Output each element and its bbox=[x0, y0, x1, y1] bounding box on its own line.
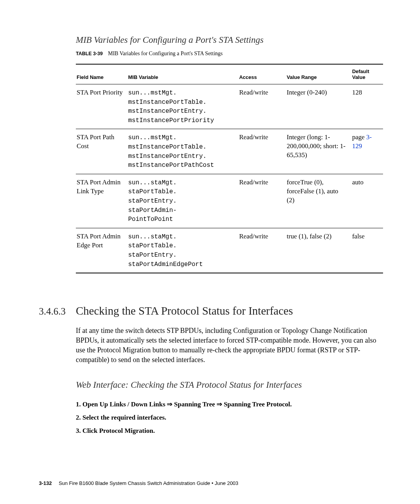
cell-mib: sun...mstMgt. mstInstancePortTable. mstI… bbox=[128, 129, 238, 174]
page-footer: 3-132 Sun Fire B1600 Blade System Chassi… bbox=[39, 480, 238, 486]
list-item: Click Protocol Migration. bbox=[76, 427, 381, 435]
cell-access: Read/write bbox=[238, 228, 286, 273]
page-ref-link[interactable]: 3-129 bbox=[352, 133, 372, 150]
cell-mib: sun...staMgt. staPortTable. staPortEntry… bbox=[128, 228, 238, 273]
cell-field: STA Port Admin Edge Port bbox=[76, 228, 128, 273]
steps-list: Open Up Links / Down Links ⇒ Spanning Tr… bbox=[76, 400, 381, 435]
cell-mib: sun...staMgt. staPortTable. staPortEntry… bbox=[128, 174, 238, 228]
cell-field: STA Port Path Cost bbox=[76, 129, 128, 174]
mib-table: Field Name MIB Variable Access Value Ran… bbox=[76, 64, 383, 273]
cell-access: Read/write bbox=[238, 84, 286, 129]
cell-default: auto bbox=[351, 174, 383, 228]
cell-range: Integer (long: 1-200,000,000; short: 1-6… bbox=[286, 129, 351, 174]
table-caption-text: MIB Variables for Configuring a Port's S… bbox=[108, 51, 223, 56]
col-mib-variable: MIB Variable bbox=[128, 64, 238, 84]
col-access: Access bbox=[238, 64, 286, 84]
section-subtitle-web: Web Interface: Checking the STA Protocol… bbox=[76, 380, 381, 390]
table-row: STA Port Path Costsun...mstMgt. mstInsta… bbox=[76, 129, 383, 174]
cell-access: Read/write bbox=[238, 174, 286, 228]
cell-range: true (1), false (2) bbox=[286, 228, 351, 273]
section-heading-row: 3.4.6.3 Checking the STA Protocol Status… bbox=[39, 304, 381, 317]
table-caption: TABLE 3-39 MIB Variables for Configuring… bbox=[76, 51, 381, 57]
col-default-value: Default Value bbox=[351, 64, 383, 84]
cell-range: forceTrue (0), forceFalse (1), auto (2) bbox=[286, 174, 351, 228]
table-row: STA Port Prioritysun...mstMgt. mstInstan… bbox=[76, 84, 383, 129]
section-paragraph: If at any time the switch detects STP BP… bbox=[76, 326, 383, 364]
section-number: 3.4.6.3 bbox=[39, 306, 76, 317]
cell-default: page 3-129 bbox=[351, 129, 383, 174]
cell-default: 128 bbox=[351, 84, 383, 129]
list-item: Open Up Links / Down Links ⇒ Spanning Tr… bbox=[76, 400, 381, 408]
cell-range: Integer (0-240) bbox=[286, 84, 351, 129]
section-title: Checking the STA Protocol Status for Int… bbox=[76, 304, 293, 317]
col-field-name: Field Name bbox=[76, 64, 128, 84]
cell-default: false bbox=[351, 228, 383, 273]
list-item: Select the required interfaces. bbox=[76, 414, 381, 422]
table-header-row: Field Name MIB Variable Access Value Ran… bbox=[76, 64, 383, 84]
table-row: STA Port Admin Link Typesun...staMgt. st… bbox=[76, 174, 383, 228]
table-label: TABLE 3-39 bbox=[76, 51, 103, 56]
cell-access: Read/write bbox=[238, 129, 286, 174]
cell-mib: sun...mstMgt. mstInstancePortTable. mstI… bbox=[128, 84, 238, 129]
section-subtitle-mib: MIB Variables for Configuring a Port's S… bbox=[76, 35, 381, 45]
col-value-range: Value Range bbox=[286, 64, 351, 84]
cell-field: STA Port Admin Link Type bbox=[76, 174, 128, 228]
table-row: STA Port Admin Edge Portsun...staMgt. st… bbox=[76, 228, 383, 273]
cell-field: STA Port Priority bbox=[76, 84, 128, 129]
page-number: 3-132 bbox=[39, 480, 52, 486]
footer-text: Sun Fire B1600 Blade System Chassis Swit… bbox=[59, 480, 238, 486]
